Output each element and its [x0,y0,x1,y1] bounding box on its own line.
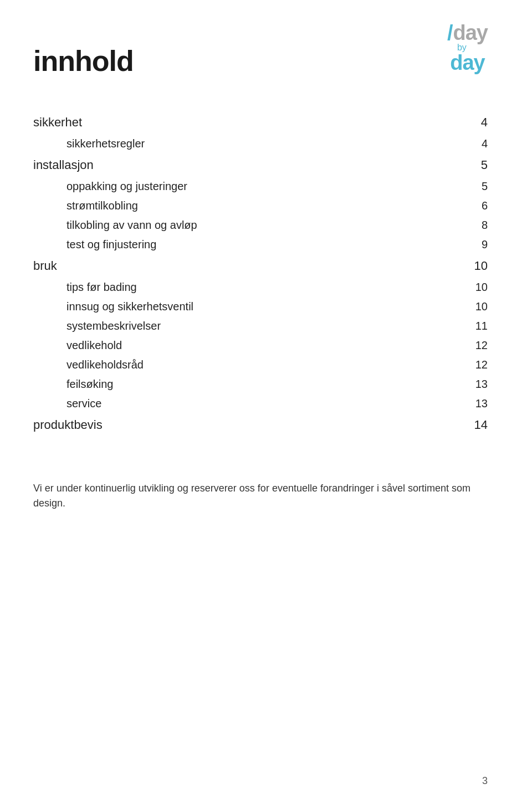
toc-entry: sikkerhetsregler4 [33,134,488,153]
toc-page-number: 6 [466,199,488,212]
toc-label: tilkobling av vann og avløp [66,219,197,232]
toc-page-number: 10 [466,281,488,294]
logo-day-top: day [453,22,488,43]
toc-entry: vedlikeholdsråd12 [33,355,488,375]
toc-page-number: 14 [466,418,488,432]
toc-entry: service13 [33,394,488,413]
toc-page-number: 10 [466,300,488,313]
toc-page-number: 13 [466,378,488,391]
logo-day-bottom: day [450,51,484,74]
toc-label: bruk [33,259,57,273]
toc-page-number: 8 [466,219,488,232]
toc-label: strømtilkobling [66,199,138,212]
toc-label: oppakking og justeringer [66,180,187,193]
logo-slash: / [447,22,453,43]
toc-entry: tips før bading10 [33,278,488,297]
toc-label: feilsøking [66,378,113,391]
toc-page-number: 4 [466,137,488,150]
footnote: Vi er under kontinuerlig utvikling og re… [33,481,477,511]
toc-page-number: 9 [466,238,488,251]
toc-label: vedlikeholdsråd [66,359,144,371]
toc-page-number: 12 [466,359,488,371]
toc-label: service [66,397,101,410]
toc-entry: produktbevis14 [33,413,488,437]
toc-entry: oppakking og justeringer5 [33,177,488,196]
toc-entry: feilsøking13 [33,375,488,394]
toc-entry: test og finjustering9 [33,235,488,254]
toc-label: tips før bading [66,281,137,294]
toc-page-number: 10 [466,259,488,273]
toc-label: vedlikehold [66,339,122,352]
toc-label: innsug og sikkerhetsventil [66,300,193,313]
toc-label: test og finjustering [66,238,156,251]
toc-page-number: 13 [466,397,488,410]
page-title: innhold [33,44,488,78]
toc-label: systembeskrivelser [66,320,161,332]
table-of-contents: sikkerhet4sikkerhetsregler4installasjon5… [33,111,488,437]
page-number: 3 [482,775,488,787]
toc-label: sikkerhet [33,115,82,130]
toc-entry: tilkobling av vann og avløp8 [33,216,488,235]
toc-page-number: 5 [466,158,488,172]
toc-label: installasjon [33,158,94,172]
toc-entry: installasjon5 [33,153,488,177]
logo: / day by day [447,22,488,73]
page: / day by day innhold sikkerhet4sikkerhet… [0,0,532,809]
toc-entry: strømtilkobling6 [33,196,488,216]
toc-page-number: 11 [466,320,488,332]
toc-page-number: 5 [466,180,488,193]
toc-entry: systembeskrivelser11 [33,316,488,336]
toc-entry: innsug og sikkerhetsventil10 [33,297,488,316]
toc-label: produktbevis [33,418,103,432]
toc-entry: sikkerhet4 [33,111,488,134]
toc-entry: vedlikehold12 [33,336,488,355]
toc-entry: bruk10 [33,254,488,278]
toc-label: sikkerhetsregler [66,137,145,150]
toc-page-number: 12 [466,339,488,352]
toc-page-number: 4 [466,115,488,130]
